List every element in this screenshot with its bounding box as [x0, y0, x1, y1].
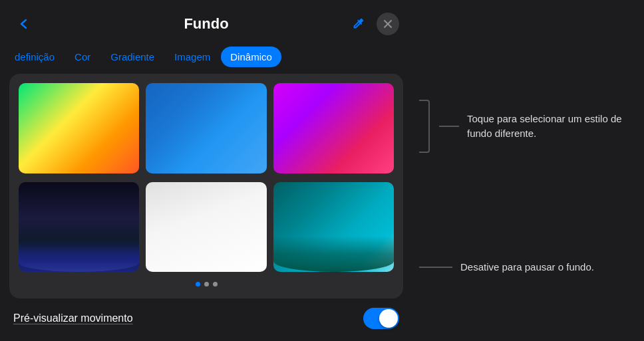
tabs-bar: definição Cor Gradiente Imagem Dinâmico	[0, 43, 412, 74]
bottom-bar: Pré-visualizar movimento	[0, 298, 412, 341]
dot-1[interactable]	[196, 282, 200, 286]
preview-label: Pré-visualizar movimento	[13, 312, 133, 324]
wallpaper-item-4[interactable]	[19, 182, 139, 273]
annotations-panel: Toque para selecionar um estilo de fundo…	[412, 0, 644, 341]
annotation-1: Toque para selecionar um estilo de fundo…	[419, 100, 624, 153]
bracket-1	[419, 100, 430, 153]
annotation-2: Desative para pausar o fundo.	[419, 260, 624, 275]
movement-toggle[interactable]	[363, 308, 399, 329]
annotation-1-text: Toque para selecionar um estilo de fundo…	[467, 112, 624, 142]
ann1-hline	[439, 126, 459, 127]
wallpaper-grid	[19, 83, 394, 274]
toggle-knob	[379, 309, 398, 328]
header-left	[13, 13, 35, 35]
ann1-content: Toque para selecionar um estilo de fundo…	[439, 100, 624, 153]
eyedropper-button[interactable]	[346, 12, 370, 36]
back-button[interactable]	[13, 13, 35, 35]
panel: Fundo definição Cor Gradiente Imagem Din…	[0, 0, 412, 341]
tab-imagem[interactable]: Imagem	[165, 47, 220, 67]
close-button[interactable]	[377, 13, 399, 35]
page-dots	[19, 274, 394, 289]
wallpaper-item-3[interactable]	[273, 83, 394, 173]
tab-cor[interactable]: Cor	[65, 47, 100, 67]
tab-gradiente[interactable]: Gradiente	[101, 47, 164, 67]
wallpaper-item-1[interactable]	[19, 83, 139, 173]
tab-definicao[interactable]: definição	[5, 47, 64, 67]
dot-3[interactable]	[213, 282, 218, 286]
ann2-hline	[419, 267, 452, 268]
tab-dinamico[interactable]: Dinâmico	[221, 47, 281, 67]
wallpaper-item-6[interactable]	[273, 182, 394, 273]
wallpaper-item-5[interactable]	[146, 182, 266, 273]
annotation-2-text: Desative para pausar o fundo.	[460, 260, 594, 275]
content-area	[0, 74, 412, 298]
header-right	[346, 12, 399, 36]
header: Fundo	[0, 0, 412, 43]
page-title: Fundo	[184, 15, 228, 33]
grid-container	[9, 74, 403, 298]
wallpaper-item-2[interactable]	[146, 83, 266, 173]
dot-2[interactable]	[204, 282, 209, 286]
